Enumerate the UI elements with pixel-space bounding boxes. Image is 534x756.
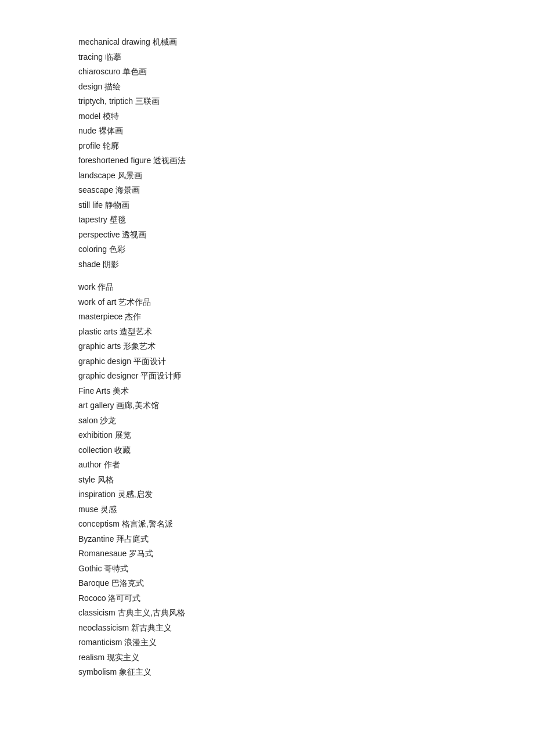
vocab-item-neoclassicism: neoclassicism 新古典主义	[78, 621, 456, 635]
vocab-item-baroque: Baroque 巴洛克式	[78, 576, 456, 591]
vocab-item-chiaroscuro: chiaroscuro 单色画	[78, 64, 456, 79]
vocab-item-tapestry: tapestry 壁毯	[78, 213, 456, 227]
vocab-item-nude: nude 裸体画	[78, 124, 456, 138]
vocab-item-rococo: Rococo 洛可可式	[78, 591, 456, 606]
vocab-item-profile: profile 轮廓	[78, 139, 456, 153]
vocab-item-style: style 风格	[78, 473, 456, 487]
vocab-item-perspective: perspective 透视画	[78, 228, 456, 242]
vocab-item-plastic-arts: plastic arts 造型艺术	[78, 325, 456, 339]
vocab-item-tracing: tracing 临摹	[78, 50, 456, 64]
vocab-item-conceptism: conceptism 格言派,警名派	[78, 517, 456, 531]
vocab-item-graphic-designer: graphic designer 平面设计师	[78, 369, 456, 383]
vocab-item-art-gallery: art gallery 画廊,美术馆	[78, 398, 456, 413]
vocab-item-graphic-design: graphic design 平面设计	[78, 354, 456, 369]
vocab-item-classicism: classicism 古典主义,古典风格	[78, 606, 456, 620]
vocab-item-gothic: Gothic 哥特式	[78, 561, 456, 576]
vocab-item-collection: collection 收藏	[78, 443, 456, 458]
vocab-item-masterpiece: masterpiece 杰作	[78, 309, 456, 324]
vocab-item-fine-arts: Fine Arts 美术	[78, 384, 456, 398]
vocab-item-realism: realism 现实主义	[78, 650, 456, 665]
vocab-item-muse: muse 灵感	[78, 502, 456, 517]
vocab-item-landscape: landscape 风景画	[78, 168, 456, 183]
vocab-item-coloring: coloring 色彩	[78, 242, 456, 257]
vocab-item-romanesaue: Romanesaue 罗马式	[78, 546, 456, 561]
spacer	[78, 272, 456, 280]
main-content: mechanical drawing 机械画tracing 临摹chiarosc…	[0, 0, 534, 715]
vocab-item-author: author 作者	[78, 458, 456, 472]
vocab-item-design: design 描绘	[78, 80, 456, 94]
vocab-item-byzantine: Byzantine 拜占庭式	[78, 532, 456, 546]
vocab-item-work: work 作品	[78, 280, 456, 294]
vocab-item-exhibition: exhibition 展览	[78, 428, 456, 442]
vocab-item-triptych: triptych, triptich 三联画	[78, 94, 456, 109]
vocab-item-seascape: seascape 海景画	[78, 183, 456, 197]
vocab-item-model: model 模特	[78, 109, 456, 124]
vocab-item-shade: shade 阴影	[78, 257, 456, 272]
vocab-item-salon: salon 沙龙	[78, 413, 456, 428]
vocab-item-work-of-art: work of art 艺术作品	[78, 295, 456, 309]
vocab-item-foreshortened-figure: foreshortened figure 透视画法	[78, 153, 456, 168]
vocab-item-mechanical-drawing: mechanical drawing 机械画	[78, 35, 456, 49]
vocab-item-graphic-arts: graphic arts 形象艺术	[78, 339, 456, 354]
vocab-item-romanticism: romanticism 浪漫主义	[78, 635, 456, 650]
vocab-item-inspiration: inspiration 灵感,启发	[78, 487, 456, 502]
vocab-item-still-life: still life 静物画	[78, 198, 456, 213]
vocab-item-symbolism: symbolism 象征主义	[78, 665, 456, 679]
